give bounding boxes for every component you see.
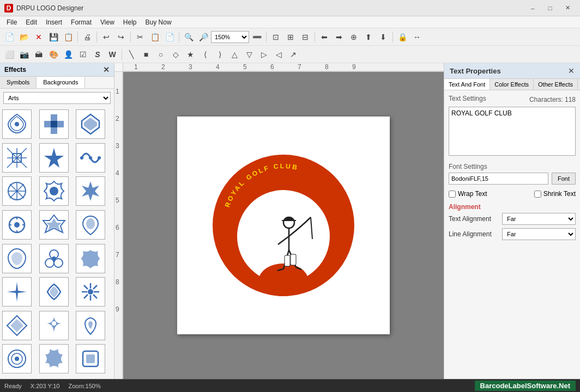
print-button[interactable]: 🖨	[80, 30, 94, 44]
select-button[interactable]: ⬜	[2, 48, 16, 61]
list-item[interactable]	[39, 210, 69, 240]
save-button[interactable]: 💾	[46, 30, 61, 44]
list-item[interactable]	[39, 176, 69, 206]
symbol-button[interactable]: 🎨	[46, 48, 61, 61]
menu-help[interactable]: Help	[119, 17, 141, 27]
menu-buynow[interactable]: Buy Now	[141, 17, 176, 27]
undo-button[interactable]: ↩	[99, 30, 113, 44]
list-item[interactable]	[2, 176, 32, 206]
align-right-button[interactable]: ➡	[332, 30, 346, 44]
fit-button[interactable]: ⊡	[269, 30, 283, 44]
text-settings-label: Text Settings	[449, 95, 486, 102]
text-input[interactable]: ROYAL GOLF CLUB	[449, 107, 576, 156]
tab-backgrounds[interactable]: Backgrounds	[37, 77, 85, 88]
redo-button[interactable]: ↪	[114, 30, 128, 44]
zoom-out-button[interactable]: 🔎	[196, 30, 210, 44]
list-item[interactable]	[76, 244, 105, 273]
menu-insert[interactable]: Insert	[41, 17, 67, 27]
snap-button[interactable]: ⊟	[298, 30, 312, 44]
user-button[interactable]: 👤	[61, 48, 75, 61]
photo-button[interactable]: 📷	[17, 48, 31, 61]
text-alignment-select[interactable]: Near Center Far	[502, 213, 576, 225]
tab-symbols[interactable]: Symbols	[0, 77, 37, 88]
checkbox-button[interactable]: ☑	[76, 48, 90, 61]
zoom-dropdown[interactable]: 150% 100% 75% 50% 200%	[211, 31, 249, 43]
ellipse-button[interactable]: ○	[154, 48, 168, 61]
tab-color-effects[interactable]: Color Effects	[490, 79, 534, 90]
list-item[interactable]	[2, 109, 32, 139]
zoom-in-button[interactable]: 🔍	[182, 30, 196, 44]
save-as-button[interactable]: 📋	[61, 30, 75, 44]
list-item[interactable]	[39, 311, 69, 340]
styled-text-button[interactable]: S	[90, 48, 105, 61]
arrow-right-button[interactable]: ⟩	[213, 48, 227, 61]
star-button[interactable]: ★	[183, 48, 197, 61]
list-item[interactable]	[2, 311, 32, 340]
list-item[interactable]	[76, 344, 105, 373]
text-properties-close-icon[interactable]: ✕	[568, 66, 575, 75]
grid-button[interactable]: ⊞	[283, 30, 298, 44]
cut-button[interactable]: ✂	[133, 30, 147, 44]
list-item[interactable]	[2, 277, 32, 307]
align-bottom-button[interactable]: ⬇	[376, 30, 390, 44]
close-button[interactable]: ✕	[559, 3, 576, 14]
list-item[interactable]	[2, 344, 32, 373]
wrap-text-input[interactable]	[449, 191, 456, 198]
svg-point-12	[89, 156, 92, 160]
effects-category-dropdown[interactable]: Arts Nature Geometric Abstract Sports	[3, 92, 111, 104]
list-item[interactable]	[76, 143, 105, 173]
diamond-button[interactable]: ◇	[168, 48, 183, 61]
background-button[interactable]: 🏔	[32, 48, 46, 61]
wordart-button[interactable]: W	[105, 48, 119, 61]
list-item[interactable]	[2, 143, 32, 173]
minimize-button[interactable]: –	[524, 3, 541, 14]
lock-button[interactable]: 🔒	[395, 30, 409, 44]
triangle-down-button[interactable]: ▽	[242, 48, 256, 61]
arrow-left-button[interactable]: ⟨	[198, 48, 212, 61]
paste-button[interactable]: 📄	[162, 30, 177, 44]
list-item[interactable]	[76, 311, 105, 340]
triangle-left-button[interactable]: ◁	[271, 48, 286, 61]
effects-close-icon[interactable]: ✕	[103, 65, 110, 74]
triangle-right-button[interactable]: ▷	[257, 48, 271, 61]
list-item[interactable]	[39, 244, 69, 273]
line-alignment-select[interactable]: Near Center Far	[502, 228, 576, 240]
font-input[interactable]	[449, 173, 548, 185]
curve-button[interactable]: ↗	[286, 48, 300, 61]
canvas-scroll[interactable]: ROYAL GOLF CLUB	[123, 72, 444, 379]
shrink-text-checkbox[interactable]: Shrink Text	[534, 190, 576, 198]
list-item[interactable]	[2, 244, 32, 273]
list-item[interactable]	[76, 210, 105, 240]
shrink-text-input[interactable]	[534, 191, 541, 198]
align-left-button[interactable]: ⬅	[317, 30, 331, 44]
new-button[interactable]: 📄	[2, 30, 16, 44]
copy-button[interactable]: 📋	[148, 30, 162, 44]
list-item[interactable]	[39, 109, 69, 139]
flip-button[interactable]: ↔	[410, 30, 424, 44]
sep8	[122, 49, 122, 60]
menu-file[interactable]: File	[2, 17, 21, 27]
list-item[interactable]	[2, 210, 32, 240]
rect-button[interactable]: ■	[139, 48, 153, 61]
list-item[interactable]	[39, 277, 69, 307]
wrap-text-checkbox[interactable]: Wrap Text	[449, 190, 487, 198]
zoom-minus-button[interactable]: ➖	[250, 30, 264, 44]
open-button[interactable]: 📂	[17, 30, 31, 44]
list-item[interactable]	[76, 109, 105, 139]
maximize-button[interactable]: □	[542, 3, 558, 14]
list-item[interactable]	[39, 344, 69, 373]
menu-view[interactable]: View	[96, 17, 119, 27]
list-item[interactable]	[39, 143, 69, 173]
align-top-button[interactable]: ⬆	[361, 30, 376, 44]
triangle-up-button[interactable]: △	[227, 48, 241, 61]
list-item[interactable]	[76, 176, 105, 206]
tab-text-and-font[interactable]: Text And Font	[444, 79, 490, 90]
line-button[interactable]: ╲	[124, 48, 138, 61]
align-center-button[interactable]: ⊕	[347, 30, 361, 44]
menu-edit[interactable]: Edit	[21, 17, 41, 27]
menu-format[interactable]: Format	[67, 17, 96, 27]
tab-other-effects[interactable]: Other Effects	[534, 79, 578, 90]
list-item[interactable]	[76, 277, 105, 307]
close-file-button[interactable]: ✕	[32, 30, 46, 44]
font-button[interactable]: Font	[552, 173, 576, 185]
